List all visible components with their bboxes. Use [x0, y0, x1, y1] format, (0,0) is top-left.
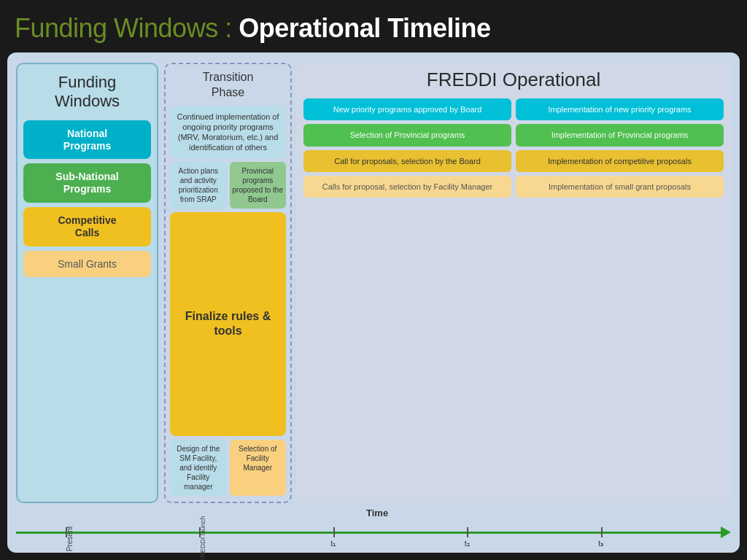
impl-small-grants: Implementation of small grant proposals — [516, 176, 724, 198]
tick-t3: t₃ — [598, 539, 603, 548]
timeline-arrow — [721, 526, 731, 538]
col-funding: FundingWindows NationalPrograms Sub-Nati… — [16, 63, 158, 503]
freddi-cols: New priority programs approved by Board … — [303, 98, 724, 497]
tick-t2: t₂ — [465, 539, 470, 548]
tick-t1: t₁ — [330, 539, 336, 548]
impl-new-priority: Implementation of new priority programs — [516, 98, 724, 120]
col-transition: TransitionPhase Continued implementation… — [164, 63, 292, 503]
diagram-area: FundingWindows NationalPrograms Sub-Nati… — [7, 52, 740, 553]
columns-row: FundingWindows NationalPrograms Sub-Nati… — [16, 63, 731, 503]
finalize-box: Finalize rules & tools — [170, 212, 286, 436]
page-title: Funding Windows : Operational Timeline — [7, 7, 740, 52]
subnational-programs-btn[interactable]: Sub-NationalPrograms — [23, 163, 151, 203]
design-sm-box: Design of the SM Facility, and identify … — [170, 440, 227, 496]
impl-competitive: Implementation of competitive proposals — [516, 150, 724, 172]
small-grants-btn[interactable]: Small Grants — [23, 251, 151, 278]
impl-provincial: Implementation of Provincial programs — [516, 124, 724, 146]
call-proposals-board: Call for proposals, selection by the Boa… — [303, 150, 511, 172]
continued-impl-box: Continued implementation of ongoing prio… — [170, 106, 286, 158]
action-provincial-row: Action plans and activity prioritization… — [170, 162, 286, 209]
timeline-area: Time Present FREDDI launch t₁ — [16, 503, 731, 545]
selection-facility-box: Selection of Facility Manager — [230, 440, 287, 496]
col-freddi: FREDDI Operational New priority programs… — [296, 63, 731, 503]
competitive-calls-btn[interactable]: CompetitiveCalls — [23, 207, 151, 246]
tick-present: Present — [66, 526, 74, 551]
transition-title: TransitionPhase — [170, 70, 286, 101]
freddi-col-t3: Implementation of new priority programs … — [516, 98, 724, 497]
tp-bottom-row: Design of the SM Facility, and identify … — [170, 440, 286, 496]
selection-provincial: Selection of Provincial programs — [303, 124, 511, 146]
tick-freddi-launch: FREDDI launch — [199, 516, 206, 560]
provincial-proposed-box: Provincial programs proposed to the Boar… — [230, 162, 287, 209]
freddi-col-t2: New priority programs approved by Board … — [303, 98, 511, 497]
title-prefix: Funding Windows : — [15, 13, 239, 43]
time-label: Time — [366, 508, 388, 518]
title-bold: Operational Timeline — [239, 13, 490, 43]
new-priority-approved: New priority programs approved by Board — [303, 98, 511, 120]
freddi-title: FREDDI Operational — [303, 69, 724, 91]
national-programs-btn[interactable]: NationalPrograms — [23, 120, 151, 160]
main-container: Funding Windows : Operational Timeline F… — [0, 0, 747, 560]
calls-proposal-facility: Calls for proposal, selection by Facilit… — [303, 176, 511, 198]
action-plans-box: Action plans and activity prioritization… — [170, 162, 227, 209]
funding-windows-title: FundingWindows — [23, 73, 151, 112]
